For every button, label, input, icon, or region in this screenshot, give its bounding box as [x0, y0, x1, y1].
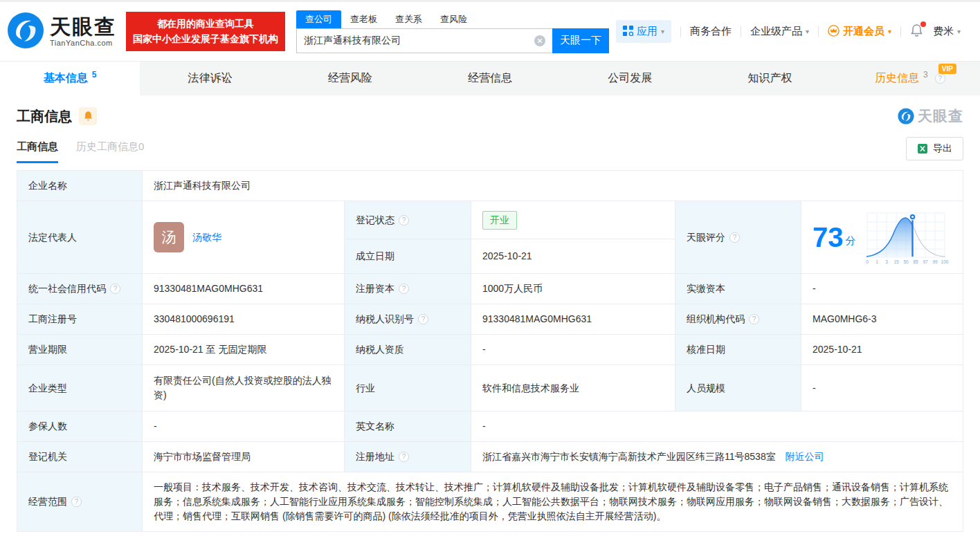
search-input[interactable]	[296, 28, 552, 53]
score-label: 天眼评分	[687, 232, 725, 243]
est-date-value: 2025-10-21	[471, 239, 675, 274]
help-icon[interactable]: ?	[418, 314, 428, 324]
approval-date-value: 2025-10-21	[801, 335, 963, 365]
tab-basic-info-label: 基本信息	[44, 71, 88, 86]
tab-business-info[interactable]: 经营信息	[420, 62, 560, 95]
tianyancha-logo[interactable]: 天眼查 TianYanCha.com	[7, 12, 116, 52]
clear-search-icon[interactable]	[534, 35, 545, 46]
credit-code-label: 统一社会信用代码	[28, 283, 106, 294]
tianyancha-logo-icon	[7, 12, 44, 52]
vip-badge: VIP	[938, 64, 956, 74]
brand-name: 天眼查	[50, 17, 116, 37]
taxpayer-quality-value: -	[471, 335, 675, 365]
table-row: 营业期限 2025-10-21 至 无固定期限 纳税人资质 - 核准日期 202…	[17, 335, 963, 365]
industry-label: 行业	[345, 365, 471, 412]
insured-value: -	[143, 412, 345, 442]
user-menu[interactable]: 费米 ▾	[933, 25, 961, 38]
help-icon[interactable]: ?	[749, 314, 759, 324]
registry-label: 登记机关	[17, 442, 143, 472]
reg-status-label-cell: 登记状态?	[345, 201, 471, 239]
reg-capital-label-cell: 注册资本?	[345, 274, 471, 304]
tab-intellectual-property[interactable]: 知识产权	[700, 62, 840, 95]
legal-rep-link[interactable]: 汤敬华	[192, 230, 221, 245]
section-title: 工商信息	[17, 107, 72, 126]
tab-operating-risk[interactable]: 经营风险	[280, 62, 420, 95]
scope-label: 经营范围	[28, 496, 67, 507]
apps-menu[interactable]: 应用 ▾	[616, 20, 671, 43]
search-button[interactable]: 天眼一下	[552, 28, 609, 53]
score-unit: 分	[846, 233, 856, 249]
chevron-down-icon: ▾	[957, 28, 961, 35]
search-tab-relation[interactable]: 查关系	[386, 10, 431, 28]
export-label: 导出	[933, 142, 952, 155]
reg-capital-label: 注册资本	[356, 283, 394, 294]
subtab-current-registration[interactable]: 工商信息	[17, 140, 58, 163]
header-menu: 应用 ▾ 商务合作 企业级产品 ▾ 开通会员 ▾	[616, 20, 961, 43]
search-tabs: 查公司 查老板 查关系 查风险	[296, 10, 609, 28]
business-info-subtabs: 工商信息 历史工商信息0 导出	[17, 137, 963, 163]
address-cell: 浙江省嘉兴市海宁市长安镇海宁高新技术产业园区纬三路11号8538室 附近公司	[471, 442, 963, 472]
tab-basic-info[interactable]: 基本信息 5	[0, 62, 140, 95]
table-row: 企业名称 浙江声通科技有限公司	[17, 171, 963, 201]
reg-number-label: 工商注册号	[17, 304, 143, 335]
industry-value: 软件和信息技术服务业	[471, 365, 675, 412]
notifications-button[interactable]	[910, 24, 923, 39]
table-row: 工商注册号 330481000696191 纳税人识别号? 91330481MA…	[17, 304, 963, 335]
tab-company-development[interactable]: 公司发展	[560, 62, 700, 95]
tab-history-info-count: 3	[923, 70, 928, 80]
reg-status-label: 登记状态	[356, 214, 394, 225]
export-button[interactable]: 导出	[906, 137, 963, 160]
divider	[741, 26, 741, 37]
subtab-history-count: 0	[138, 140, 144, 152]
help-icon[interactable]: ?	[399, 215, 409, 225]
tab-history-info[interactable]: VIP 历史信息 3 ?	[840, 62, 980, 95]
score-distribution-chart: 0 1 3 15 50 85 97 99 100	[863, 209, 952, 266]
legal-rep-avatar[interactable]: 汤	[154, 222, 184, 252]
divider	[900, 26, 901, 37]
tab-history-info-label: 历史信息	[875, 71, 919, 86]
help-icon[interactable]: ?	[110, 284, 120, 294]
tab-legal-litigation[interactable]: 法律诉讼	[140, 62, 280, 95]
divider	[680, 26, 681, 37]
credit-code-value: 91330481MAG0MHG631	[143, 274, 345, 304]
help-icon[interactable]: ?	[71, 497, 82, 507]
legal-rep-cell: 汤 汤敬华	[143, 201, 345, 274]
taxpayer-id-label: 纳税人识别号	[356, 313, 414, 324]
help-icon[interactable]: ?	[399, 284, 409, 294]
apps-label: 应用	[637, 25, 657, 38]
svg-text:50: 50	[903, 259, 909, 264]
org-code-label: 组织机构代码	[687, 313, 745, 324]
reg-capital-value: 1000万人民币	[471, 274, 675, 304]
search-block: 查公司 查老板 查关系 查风险 天眼一下	[296, 10, 609, 53]
promo-line-2: 国家中小企业发展子基金旗下机构	[133, 32, 278, 47]
paid-capital-value: -	[801, 274, 963, 304]
enterprise-products-menu[interactable]: 企业级产品 ▾	[750, 25, 809, 38]
help-icon[interactable]: ?	[729, 232, 740, 243]
bell-icon	[83, 111, 93, 122]
business-cooperation-link[interactable]: 商务合作	[690, 25, 732, 38]
subtab-history-registration[interactable]: 历史工商信息0	[76, 140, 144, 163]
credit-code-label-cell: 统一社会信用代码?	[17, 274, 143, 304]
tab-basic-info-count: 5	[92, 70, 97, 80]
subtab-history-label: 历史工商信息	[76, 140, 138, 152]
tab-business-info-label: 经营信息	[468, 71, 512, 86]
table-row: 登记机关 海宁市市场监督管理局 注册地址? 浙江省嘉兴市海宁市长安镇海宁高新技术…	[17, 442, 963, 472]
svg-text:97: 97	[923, 259, 928, 264]
registration-info-table: 企业名称 浙江声通科技有限公司 法定代表人 汤 汤敬华 登记状态? 开业	[17, 170, 963, 532]
score-cell: 73 分	[801, 201, 963, 274]
search-tab-risk[interactable]: 查风险	[431, 10, 476, 28]
search-tab-company[interactable]: 查公司	[296, 10, 341, 28]
help-icon[interactable]: ?	[399, 452, 409, 462]
company-type-label: 企业类型	[17, 365, 143, 412]
main-content: 工商信息 天眼查 工商信息 历史工商信息0 导出	[0, 107, 980, 532]
english-name-value: -	[471, 412, 963, 442]
tab-operating-risk-label: 经营风险	[328, 71, 372, 86]
scope-label-cell: 经营范围?	[17, 472, 143, 532]
search-tab-boss[interactable]: 查老板	[341, 10, 386, 28]
company-page-tabs: 基本信息 5 法律诉讼 经营风险 经营信息 公司发展 知识产权 VIP 历史信息…	[0, 61, 980, 95]
nearby-companies-link[interactable]: 附近公司	[786, 451, 824, 462]
monitor-bell-button[interactable]	[79, 107, 97, 125]
registry-value: 海宁市市场监督管理局	[143, 442, 345, 472]
staff-size-value: -	[801, 365, 963, 412]
open-vip-menu[interactable]: 开通会员 ▾	[828, 25, 891, 39]
